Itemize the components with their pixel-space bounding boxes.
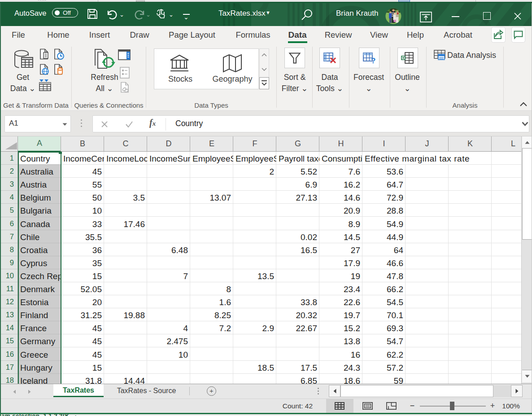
- svg-text:?: ?: [371, 57, 375, 65]
